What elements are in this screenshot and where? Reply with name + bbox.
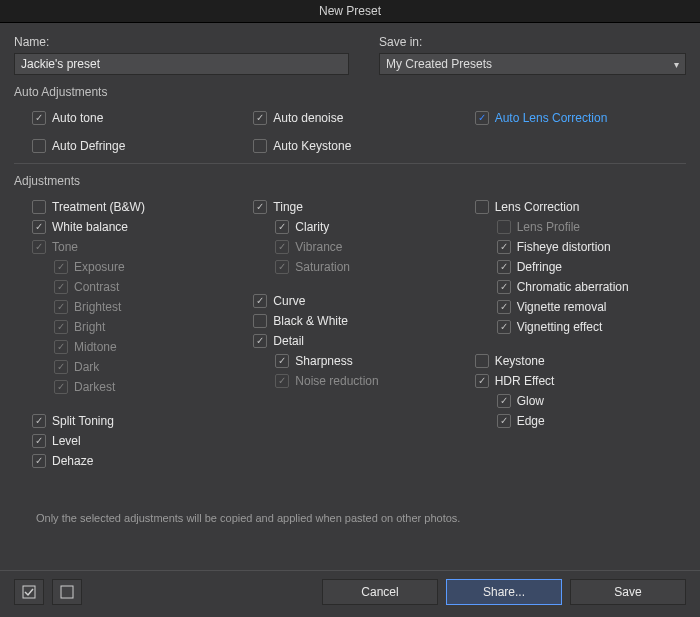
cb-curve[interactable]: Curve: [253, 292, 464, 310]
cb-level[interactable]: Level: [32, 432, 243, 450]
empty-box-icon: [60, 585, 74, 599]
cb-brightest[interactable]: Brightest: [54, 298, 243, 316]
cb-lens-correction[interactable]: Lens Correction: [475, 198, 686, 216]
cb-treatment-bw[interactable]: Treatment (B&W): [32, 198, 243, 216]
cb-split-toning[interactable]: Split Toning: [32, 412, 243, 430]
cb-edge[interactable]: Edge: [497, 412, 686, 430]
cb-black-white[interactable]: Black & White: [253, 312, 464, 330]
cb-tinge[interactable]: Tinge: [253, 198, 464, 216]
dialog-title: New Preset: [0, 0, 700, 23]
cb-auto-keystone[interactable]: Auto Keystone: [253, 137, 464, 155]
savein-label: Save in:: [379, 35, 686, 49]
cb-clarity[interactable]: Clarity: [275, 218, 464, 236]
cb-hdr-effect[interactable]: HDR Effect: [475, 372, 686, 390]
cb-auto-lens-correction[interactable]: Auto Lens Correction: [475, 109, 686, 127]
cb-vignette-removal[interactable]: Vignette removal: [497, 298, 686, 316]
chevron-down-icon: ▾: [674, 59, 679, 70]
cb-vignetting-effect[interactable]: Vignetting effect: [497, 318, 686, 336]
name-label: Name:: [14, 35, 359, 49]
deselect-all-button[interactable]: [52, 579, 82, 605]
cb-white-balance[interactable]: White balance: [32, 218, 243, 236]
cb-contrast[interactable]: Contrast: [54, 278, 243, 296]
cb-auto-defringe[interactable]: Auto Defringe: [32, 137, 243, 155]
name-input[interactable]: [14, 53, 349, 75]
savein-value: My Created Presets: [386, 57, 492, 71]
cb-darkest[interactable]: Darkest: [54, 378, 243, 396]
cb-bright[interactable]: Bright: [54, 318, 243, 336]
cb-auto-denoise[interactable]: Auto denoise: [253, 109, 464, 127]
cb-dark[interactable]: Dark: [54, 358, 243, 376]
cb-exposure[interactable]: Exposure: [54, 258, 243, 276]
cb-chromatic-aberration[interactable]: Chromatic aberration: [497, 278, 686, 296]
cb-saturation[interactable]: Saturation: [275, 258, 464, 276]
cb-defringe[interactable]: Defringe: [497, 258, 686, 276]
check-all-icon: [22, 585, 36, 599]
cb-lens-profile[interactable]: Lens Profile: [497, 218, 686, 236]
svg-rect-1: [61, 586, 73, 598]
cancel-button[interactable]: Cancel: [322, 579, 438, 605]
svg-rect-0: [23, 586, 35, 598]
share-button[interactable]: Share...: [446, 579, 562, 605]
select-all-button[interactable]: [14, 579, 44, 605]
cb-noise-reduction[interactable]: Noise reduction: [275, 372, 464, 390]
cb-keystone[interactable]: Keystone: [475, 352, 686, 370]
cb-detail[interactable]: Detail: [253, 332, 464, 350]
cb-sharpness[interactable]: Sharpness: [275, 352, 464, 370]
cb-glow[interactable]: Glow: [497, 392, 686, 410]
cb-vibrance[interactable]: Vibrance: [275, 238, 464, 256]
cb-dehaze[interactable]: Dehaze: [32, 452, 243, 470]
save-button[interactable]: Save: [570, 579, 686, 605]
section-adjustments: Adjustments: [14, 174, 686, 188]
cb-midtone[interactable]: Midtone: [54, 338, 243, 356]
savein-dropdown[interactable]: My Created Presets ▾: [379, 53, 686, 75]
dialog-body: Name: Save in: My Created Presets ▾ Auto…: [0, 23, 700, 570]
new-preset-dialog: New Preset Name: Save in: My Created Pre…: [0, 0, 700, 617]
divider: [14, 163, 686, 164]
footer-note: Only the selected adjustments will be co…: [36, 512, 686, 524]
cb-tone[interactable]: Tone: [32, 238, 243, 256]
cb-auto-tone[interactable]: Auto tone: [32, 109, 243, 127]
cb-fisheye-distortion[interactable]: Fisheye distortion: [497, 238, 686, 256]
section-auto-adjustments: Auto Adjustments: [14, 85, 686, 99]
button-bar: Cancel Share... Save: [0, 570, 700, 617]
